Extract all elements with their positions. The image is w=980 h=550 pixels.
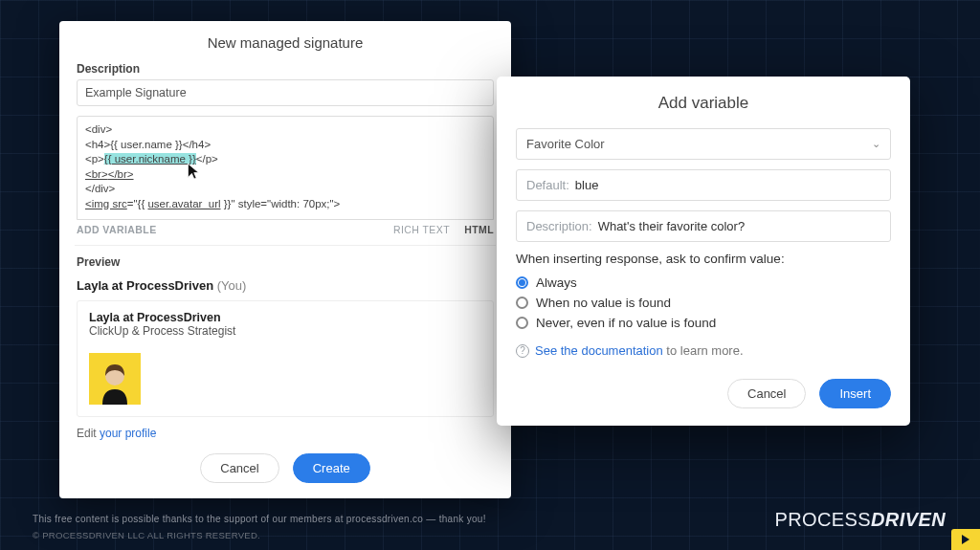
radio-icon (516, 297, 528, 309)
avatar (89, 353, 141, 405)
variable-select[interactable]: Favorite Color ⌄ (516, 128, 891, 160)
code-line: <div> (85, 122, 485, 138)
default-field[interactable]: Default: blue (516, 169, 891, 201)
preview-label: Preview (77, 255, 494, 269)
documentation-line: ? See the documentation to learn more. (516, 343, 891, 358)
brand-logo: PROCESSDRIVEN (774, 509, 946, 531)
confirm-radio-group: Always When no value is found Never, eve… (516, 275, 891, 330)
confirm-question: When inserting response, ask to confirm … (516, 252, 891, 266)
chevron-down-icon: ⌄ (872, 138, 880, 150)
add-variable-dialog: Add variable Favorite Color ⌄ Default: b… (497, 77, 910, 426)
footer-copyright: © PROCESSDRIVEN LLC ALL RIGHTS RESERVED. (33, 530, 947, 540)
divider (75, 245, 496, 246)
variable-select-value: Favorite Color (526, 137, 605, 151)
preview-header-name: Layla at ProcessDriven (77, 278, 213, 293)
dialog-title: New managed signature (77, 34, 494, 51)
var-desc-label: Description: (526, 219, 592, 233)
signature-dialog: New managed signature Description <div> … (59, 21, 511, 498)
code-line: <img src="{{ user.avatar_url }}" style="… (85, 197, 485, 212)
dialog-title: Add variable (516, 94, 891, 113)
signature-preview-card: Layla at ProcessDriven ClickUp & Process… (77, 300, 494, 417)
preview-name: Layla at ProcessDriven (89, 311, 481, 324)
preview-role: ClickUp & Process Strategist (89, 324, 481, 338)
help-icon: ? (516, 344, 529, 358)
radio-always[interactable]: Always (516, 275, 891, 290)
add-variable-link[interactable]: ADD VARIABLE (77, 224, 157, 235)
description-label: Description (77, 62, 494, 76)
default-label: Default: (526, 178, 569, 192)
radio-icon (516, 276, 528, 289)
edit-profile-line: Edit your profile (77, 427, 494, 440)
radio-when-empty[interactable]: When no value is found (516, 296, 891, 310)
preview-header: Layla at ProcessDriven (You) (77, 275, 494, 300)
edit-profile-link[interactable]: your profile (100, 427, 156, 440)
signature-code-editor[interactable]: <div> <h4>{{ user.name }}</h4> <p>{{ use… (77, 116, 494, 220)
cancel-button[interactable]: Cancel (200, 453, 278, 483)
description-input[interactable] (77, 79, 494, 106)
code-line: <p>{{ user.nickname }}</p> (85, 152, 485, 167)
video-badge-icon[interactable] (951, 529, 980, 550)
tab-rich-text[interactable]: RICH TEXT (393, 224, 450, 235)
radio-never[interactable]: Never, even if no value is found (516, 316, 891, 330)
default-value: blue (575, 178, 599, 192)
code-line: </div> (85, 182, 485, 197)
description-field[interactable]: Description: What's their favorite color… (516, 210, 891, 242)
preview-header-you: (You) (217, 278, 247, 293)
cancel-button[interactable]: Cancel (727, 379, 806, 408)
tab-html[interactable]: HTML (464, 224, 494, 235)
documentation-link[interactable]: See the documentation (535, 343, 663, 358)
create-button[interactable]: Create (293, 453, 370, 483)
code-line: <br></br> (85, 167, 485, 183)
insert-button[interactable]: Insert (819, 379, 891, 408)
var-desc-value: What's their favorite color? (598, 219, 746, 233)
radio-icon (516, 317, 528, 329)
editor-toolbar: ADD VARIABLE RICH TEXT HTML (77, 220, 494, 243)
code-line: <h4>{{ user.name }}</h4> (85, 138, 485, 153)
